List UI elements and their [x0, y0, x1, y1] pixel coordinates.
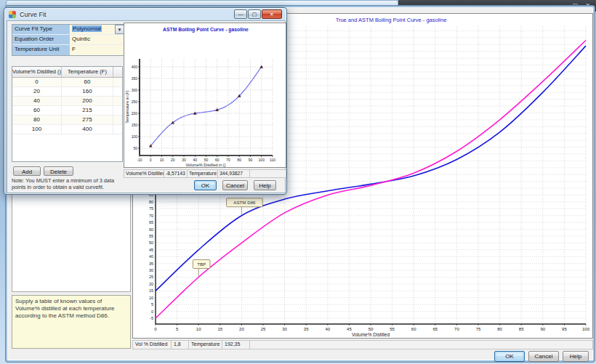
svg-text:15: 15: [217, 327, 222, 331]
svg-text:25: 25: [149, 275, 153, 279]
svg-text:300: 300: [132, 88, 138, 92]
dialog-chart-title: ASTM Boiling Point Curve - gasoline: [163, 27, 249, 33]
svg-text:25: 25: [261, 327, 266, 331]
data-points-table[interactable]: Volume% Distilled () Temperature (F) 060…: [12, 66, 123, 162]
svg-text:60: 60: [149, 227, 153, 232]
svg-text:0: 0: [150, 158, 152, 162]
svg-text:10: 10: [160, 158, 164, 162]
selected-value: Polynomial: [72, 25, 102, 32]
temperature-unit-field[interactable]: F: [70, 45, 124, 55]
dialog-title: Curve Fit: [20, 11, 47, 18]
dialog-chart-ylabel: Temperature in (F): [125, 90, 129, 123]
table-row[interactable]: 40200: [12, 97, 122, 106]
ok-button[interactable]: OK: [194, 180, 217, 190]
equation-order-field[interactable]: Quintic: [70, 35, 124, 44]
minimize-icon[interactable]: —: [234, 9, 247, 19]
dialog-window-controls: — ▢ ✕: [234, 9, 282, 19]
svg-text:80: 80: [149, 200, 153, 204]
delete-button[interactable]: Delete: [44, 166, 73, 176]
curve-fit-type-dropdown[interactable]: Polynomial ▼: [70, 25, 124, 34]
svg-text:40: 40: [325, 327, 330, 331]
property-grid: Curve Fit Type Polynomial ▼ Equation Ord…: [12, 24, 125, 56]
help-button[interactable]: Help: [563, 351, 589, 362]
svg-text:35: 35: [149, 262, 153, 266]
curve-label-text: ASTM D86: [233, 200, 256, 205]
field-curve-fit-type: Curve Fit Type Polynomial ▼: [12, 25, 124, 35]
svg-text:110: 110: [270, 158, 275, 162]
svg-text:50: 50: [204, 158, 209, 162]
table-row[interactable]: 20160: [12, 87, 122, 97]
svg-text:400: 400: [132, 65, 138, 69]
cancel-button[interactable]: Cancel: [528, 351, 559, 362]
status-cell: Vol % Distilled: [132, 340, 172, 349]
dialog-content: Curve Fit Type Polynomial ▼ Equation Ord…: [7, 20, 286, 193]
svg-text:70: 70: [149, 214, 153, 218]
close-icon[interactable]: ✕: [262, 9, 282, 19]
svg-text:60: 60: [215, 158, 220, 162]
svg-text:20: 20: [239, 327, 244, 331]
svg-text:55: 55: [390, 327, 395, 331]
table-row[interactable]: 100400: [12, 125, 122, 134]
field-label: Temperature Unit: [12, 45, 70, 55]
svg-text:-10: -10: [137, 158, 142, 162]
column-header[interactable]: Temperature (F): [62, 67, 113, 77]
svg-text:30: 30: [282, 327, 287, 331]
svg-text:150: 150: [132, 123, 138, 127]
svg-text:100: 100: [582, 327, 590, 331]
ok-button[interactable]: OK: [494, 351, 525, 362]
status-cell: 1,8: [172, 340, 189, 349]
table-cell: 100: [12, 125, 62, 134]
table-cell: 20: [12, 87, 62, 96]
svg-text:55: 55: [149, 234, 153, 238]
svg-text:0: 0: [151, 310, 153, 314]
svg-text:250: 250: [132, 100, 138, 104]
main-chart-xlabel: Volume% Distilled: [352, 332, 390, 337]
svg-text:200: 200: [132, 111, 138, 116]
field-temperature-unit: Temperature Unit F: [12, 45, 124, 55]
svg-text:45: 45: [347, 327, 352, 331]
add-button[interactable]: Add: [13, 166, 41, 176]
svg-text:45: 45: [149, 248, 153, 252]
main-status-bar: Vol % Distilled1,8Temperature192,35: [132, 340, 593, 349]
svg-text:0: 0: [154, 327, 157, 331]
dialog-chart-xlabel: Volume% Distilled in (): [185, 163, 225, 167]
table-cell: 400: [62, 125, 113, 134]
svg-text:70: 70: [454, 327, 459, 331]
help-button[interactable]: Help: [254, 180, 276, 190]
svg-text:30: 30: [182, 158, 186, 162]
svg-text:35: 35: [304, 327, 309, 331]
svg-text:95: 95: [562, 327, 567, 331]
svg-text:5: 5: [151, 302, 153, 307]
table-row[interactable]: 80275: [12, 116, 122, 125]
svg-text:85: 85: [519, 327, 524, 331]
status-filler: [250, 169, 286, 178]
dialog-chart[interactable]: ASTM Boiling Point Curve - gasoline-1001…: [124, 23, 286, 168]
svg-text:80: 80: [497, 327, 502, 331]
svg-text:80: 80: [237, 158, 241, 162]
field-label: Curve Fit Type: [12, 25, 70, 34]
curve-fit-dialog: Curve Fit — ▢ ✕ Curve Fit Type Polynomia…: [4, 7, 287, 195]
svg-text:65: 65: [432, 327, 438, 331]
cancel-button[interactable]: Cancel: [222, 180, 248, 190]
table-cell: 275: [62, 116, 113, 124]
status-cell: 344,93827: [218, 169, 250, 178]
table-cell: 200: [62, 97, 113, 105]
svg-text:40: 40: [193, 158, 197, 162]
svg-text:40: 40: [149, 254, 153, 259]
table-row[interactable]: 60215: [12, 106, 122, 116]
column-header[interactable]: Volume% Distilled (): [12, 67, 62, 77]
status-cell: Temperature: [189, 340, 222, 349]
svg-text:90: 90: [540, 327, 545, 331]
maximize-icon[interactable]: ▢: [248, 9, 261, 19]
table-cell: 60: [12, 106, 62, 115]
svg-text:10: 10: [196, 327, 201, 331]
main-button-row: OK Cancel Help: [494, 351, 589, 362]
curve-label-text: TBP: [197, 262, 206, 267]
svg-text:100: 100: [259, 158, 265, 162]
table-cell: 0: [12, 78, 62, 86]
status-cell: Volume% Distilled: [124, 169, 164, 178]
status-cell: 192,35: [222, 340, 250, 349]
field-label: Equation Order: [12, 35, 70, 44]
curve-fit-dialog-icon: [9, 11, 16, 18]
table-row[interactable]: 060: [12, 78, 122, 87]
